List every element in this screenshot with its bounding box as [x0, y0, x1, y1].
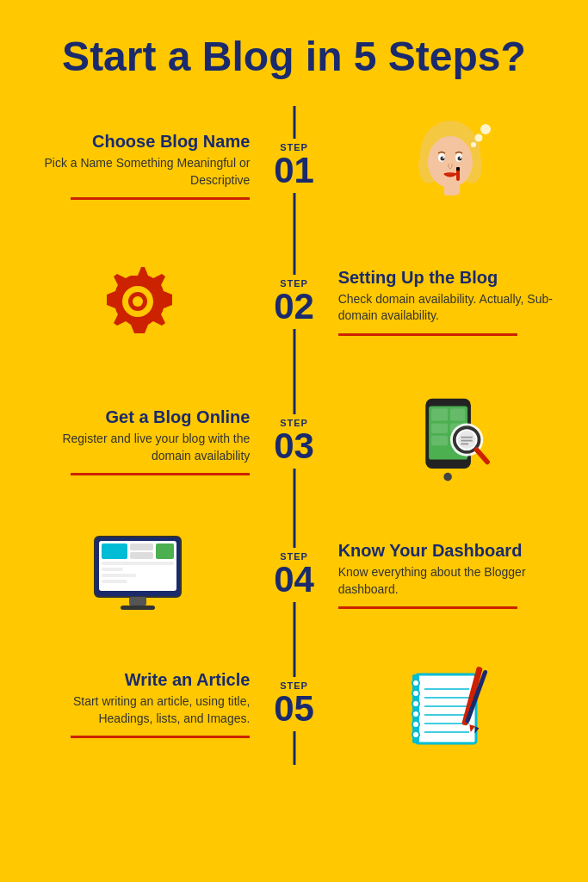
step-4-number: 04: [274, 562, 314, 598]
svg-rect-16: [444, 185, 456, 196]
svg-rect-39: [130, 543, 153, 550]
step-4-desc: Know everything about the Blogger dashbo…: [338, 564, 562, 598]
step-1-red-line: [71, 197, 250, 200]
phone-search-icon: [407, 394, 493, 489]
page-container: Start a Blog in 5 Steps? Choose Blog Nam…: [0, 0, 588, 882]
step-1-desc: Pick a Name Something Meaningful or Desc…: [26, 155, 250, 189]
step-2-center: STEP 02: [267, 275, 320, 329]
step-3-title: Get a Blog Online: [26, 407, 250, 427]
step-5-center: STEP 05: [267, 677, 320, 731]
svg-rect-40: [130, 552, 153, 559]
svg-point-3: [428, 136, 473, 188]
step-2-desc: Check domain availability. Actually, Sub…: [338, 291, 562, 325]
svg-rect-41: [156, 543, 174, 559]
svg-point-6: [440, 156, 444, 160]
svg-rect-45: [102, 580, 127, 583]
svg-rect-22: [431, 408, 448, 420]
svg-point-7: [457, 156, 461, 160]
step-5-red-line: [71, 736, 250, 738]
svg-line-35: [476, 450, 486, 462]
step-5-left: Write an Article Start writing an articl…: [26, 670, 267, 738]
svg-point-14: [474, 134, 482, 141]
svg-rect-11: [456, 169, 460, 181]
step-3-left: Get a Blog Online Register and live your…: [26, 407, 267, 475]
svg-rect-24: [431, 423, 448, 432]
step-2-title: Setting Up the Blog: [338, 268, 498, 288]
step-3-number: 03: [274, 428, 314, 464]
step-1-title: Choose Blog Name: [26, 132, 250, 152]
svg-point-13: [471, 142, 476, 147]
svg-rect-26: [431, 436, 448, 445]
step-4-right: Know Your Dashboard Know everything abou…: [321, 541, 562, 609]
svg-point-9: [460, 157, 461, 158]
step-1-right: [321, 119, 562, 214]
step-3-right: [321, 394, 562, 489]
svg-point-52: [412, 700, 419, 707]
svg-point-28: [443, 473, 452, 481]
steps-container: Choose Blog Name Pick a Name Something M…: [26, 106, 562, 765]
step-3-center: STEP 03: [267, 414, 320, 469]
step-5-number: 05: [274, 691, 314, 727]
step-5-right: [321, 662, 562, 748]
svg-rect-43: [102, 568, 123, 571]
step-2-number: 02: [274, 289, 314, 325]
step-1-left: Choose Blog Name Pick a Name Something M…: [26, 132, 267, 200]
notebook-icon: [407, 662, 493, 748]
svg-rect-38: [102, 543, 127, 559]
svg-point-19: [133, 296, 143, 307]
svg-point-55: [412, 731, 419, 738]
step-3-red-line: [71, 473, 250, 475]
step-4-left: [26, 528, 267, 623]
step-1-center: STEP 01: [267, 139, 320, 193]
svg-point-54: [412, 721, 419, 728]
step-5-desc: Start writing an article, using title, H…: [26, 693, 250, 727]
step-2-red-line: [338, 333, 517, 336]
svg-point-15: [480, 124, 491, 134]
svg-point-50: [412, 680, 419, 686]
step-4-center: STEP 04: [267, 548, 320, 602]
svg-rect-42: [102, 562, 174, 565]
step-2-right: Setting Up the Blog Check domain availab…: [321, 268, 562, 336]
svg-point-51: [412, 690, 419, 697]
step-2-left: [26, 258, 267, 345]
step-3-desc: Register and live your blog with the dom…: [26, 431, 250, 464]
svg-rect-46: [129, 597, 146, 606]
step-4-title: Know Your Dashboard: [338, 541, 523, 561]
page-title: Start a Blog in 5 Steps?: [26, 17, 562, 106]
step-1-number: 01: [274, 152, 314, 189]
svg-rect-44: [102, 574, 136, 577]
step-4-red-line: [338, 606, 517, 609]
svg-rect-47: [121, 606, 155, 610]
step-5-title: Write an Article: [26, 670, 250, 690]
dashboard-icon: [90, 528, 185, 623]
svg-point-53: [412, 711, 419, 717]
woman-thinking-icon: [403, 119, 498, 214]
svg-rect-12: [456, 167, 460, 171]
svg-point-8: [443, 157, 444, 158]
svg-rect-23: [450, 408, 465, 420]
gear-icon: [95, 258, 181, 345]
